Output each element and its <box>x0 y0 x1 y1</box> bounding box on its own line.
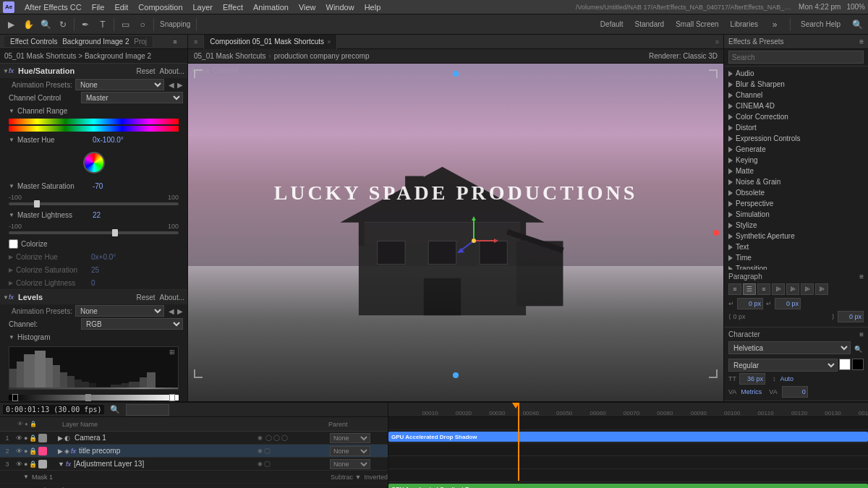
menu-animation[interactable]: Animation <box>249 0 293 14</box>
comp-tab-overflow[interactable]: ≡ <box>715 38 719 46</box>
align-center-btn[interactable]: ☰ <box>743 283 756 295</box>
layer-switch-3[interactable]: ◯ <box>273 435 280 441</box>
category-time[interactable]: Time <box>724 252 868 263</box>
layer-parent-select-2[interactable]: None <box>330 446 370 456</box>
tc-search-input[interactable] <box>126 404 169 416</box>
layer-lock-3[interactable]: 🔒 <box>29 461 37 468</box>
tool-shape-rect[interactable]: ▭ <box>117 17 133 33</box>
hs-preset-prev[interactable]: ◀ <box>169 81 174 89</box>
justify-right-btn[interactable]: ⫸ <box>801 283 814 295</box>
layer-expand-2[interactable]: ▶ <box>58 448 63 455</box>
leading-value[interactable]: Auto <box>780 375 794 382</box>
master-sat-track[interactable] <box>9 202 179 205</box>
align-right-btn[interactable]: ≡ <box>757 283 770 295</box>
menu-file[interactable]: File <box>88 0 109 14</box>
workspace-standard[interactable]: Standard <box>632 20 668 28</box>
tool-rotate[interactable]: ↻ <box>55 17 71 33</box>
category-distort[interactable]: Distort <box>724 122 868 133</box>
layer-lock-1[interactable]: 🔒 <box>29 435 37 442</box>
layer-eye-3[interactable]: 👁 <box>16 461 22 468</box>
category-simulation[interactable]: Simulation <box>724 209 868 220</box>
hs-preset-next[interactable]: ▶ <box>177 81 183 89</box>
workspace-libraries[interactable]: Libraries <box>728 20 761 28</box>
hs-reset-btn[interactable]: Reset <box>136 67 155 75</box>
tool-shape-ellipse[interactable]: ○ <box>135 17 150 33</box>
category-noise[interactable]: Noise & Grain <box>724 176 868 187</box>
workspace-default[interactable]: Default <box>597 20 626 28</box>
master-sat-thumb[interactable] <box>34 200 40 207</box>
colorize-hue-value[interactable]: 0x+0.0° <box>91 253 116 261</box>
menu-layer[interactable]: Layer <box>189 0 218 14</box>
layer-parent-select-1[interactable]: None <box>330 433 370 443</box>
tool-hand[interactable]: ✋ <box>20 17 36 33</box>
levels-title[interactable]: ▼ fx Levels Reset About... <box>0 290 187 304</box>
layer-solo-2[interactable]: ● <box>24 448 27 455</box>
hue-saturation-title[interactable]: ▼ fx Hue/Saturation Reset About... <box>0 64 187 78</box>
layer-eye-1[interactable]: 👁 <box>16 435 22 442</box>
category-generate[interactable]: Generate <box>724 144 868 155</box>
breadcrumb-left[interactable]: 05_01 Mask Shortcuts <box>194 52 266 60</box>
stroke-color-swatch[interactable] <box>852 359 864 370</box>
breadcrumb-right[interactable]: production company precomp <box>274 52 370 60</box>
histogram-expand-btn[interactable]: ⊞ <box>169 348 175 356</box>
paragraph-menu[interactable]: ≡ <box>859 273 864 281</box>
levels-input-track[interactable] <box>9 395 179 401</box>
levels-channel-select[interactable]: RGB <box>81 318 183 330</box>
mask-handle-top[interactable] <box>453 71 459 77</box>
layer-switch-2a[interactable]: ◉ <box>258 448 263 454</box>
character-menu[interactable]: ≡ <box>859 330 864 338</box>
levels-mid-thumb[interactable] <box>85 394 91 401</box>
category-transition[interactable]: Transition <box>724 263 868 270</box>
font-style-select[interactable]: Regular <box>728 359 838 372</box>
levels-white-thumb[interactable] <box>169 394 175 401</box>
workspace-small-screen[interactable]: Small Screen <box>673 20 721 28</box>
track-clip-2[interactable]: GPU Accelerated Drop Shadow <box>388 432 868 442</box>
layer-expand-1[interactable]: ▶ <box>58 435 63 442</box>
playhead-line[interactable] <box>518 403 519 481</box>
layer-expand-3[interactable]: ▼ <box>58 461 64 468</box>
levels-black-thumb[interactable] <box>12 394 18 401</box>
layer-lock-2[interactable]: 🔒 <box>29 448 37 455</box>
category-perspective[interactable]: Perspective <box>724 198 868 209</box>
indent-right-input[interactable] <box>775 298 801 309</box>
colorize-checkbox[interactable] <box>9 239 18 249</box>
layer-switch-3b[interactable]: ◯ <box>264 461 271 467</box>
font-size-input[interactable] <box>739 373 765 385</box>
hs-about-btn[interactable]: About... <box>160 67 184 75</box>
menu-view[interactable]: View <box>294 0 320 14</box>
category-stylize[interactable]: Stylize <box>724 220 868 231</box>
hue-wheel[interactable] <box>83 152 105 174</box>
mask-handle-bottom[interactable] <box>453 372 459 378</box>
category-obsolete[interactable]: Obsolete <box>724 187 868 198</box>
workspace-overflow[interactable]: » <box>767 17 783 33</box>
search-help-btn[interactable]: 🔍 <box>849 17 865 33</box>
layer-parent-select-3[interactable]: None <box>330 459 370 469</box>
justify-center-btn[interactable]: ⫸ <box>786 283 799 295</box>
category-cinema4d[interactable]: CINEMA 4D <box>724 100 868 111</box>
layer-switch-2b[interactable]: ◯ <box>264 448 271 454</box>
menu-edit[interactable]: Edit <box>110 0 132 14</box>
effects-search-input[interactable] <box>728 51 864 64</box>
tool-select[interactable]: ▶ <box>3 17 19 33</box>
menu-after-effects[interactable]: After Effects CC <box>20 0 86 14</box>
category-audio[interactable]: Audio <box>724 68 868 79</box>
indent-left-input[interactable] <box>737 298 763 309</box>
master-light-track[interactable] <box>9 231 179 234</box>
levels-preset-prev[interactable]: ◀ <box>169 307 174 315</box>
levels-reset-btn[interactable]: Reset <box>136 294 155 301</box>
colorize-sat-value[interactable]: 25 <box>91 266 99 274</box>
menu-window[interactable]: Window <box>322 0 359 14</box>
layer-switch-3a[interactable]: ◉ <box>258 461 263 467</box>
effect-controls-tab[interactable]: Effect Controls Background Image 2 Proj <box>4 36 153 47</box>
menu-composition[interactable]: Composition <box>134 0 187 14</box>
layer-switch-2[interactable]: ◯ <box>265 435 272 441</box>
colorize-light-value[interactable]: 0 <box>91 279 95 287</box>
category-matte[interactable]: Matte <box>724 166 868 176</box>
tool-pen[interactable]: ✒ <box>77 17 93 33</box>
category-text[interactable]: Text <box>724 241 868 252</box>
align-left-btn[interactable]: ≡ <box>728 283 741 295</box>
levels-about-btn[interactable]: About... <box>160 294 184 301</box>
channel-range-row[interactable]: ▼ Channel Range <box>0 104 187 117</box>
tracking-input[interactable] <box>782 386 808 398</box>
timecode-display[interactable]: 0:00:01:13 (30.00 fps) <box>3 405 104 414</box>
